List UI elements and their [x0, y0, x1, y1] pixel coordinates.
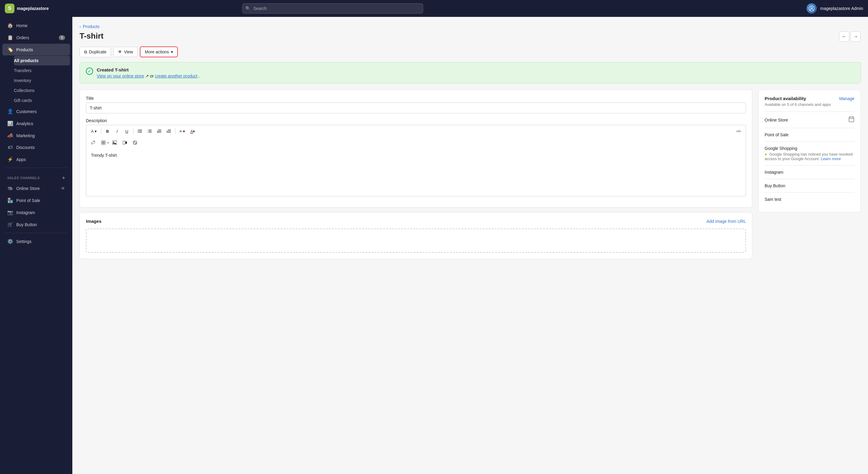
rte-ul-btn[interactable] [135, 127, 144, 136]
sidebar-subitem-gift-cards[interactable]: Gift cards [14, 96, 70, 105]
left-column: Title Description A ▾ B I U [80, 90, 752, 264]
availability-header: Product availability Manage [765, 96, 855, 101]
rte-format-btn[interactable]: A ▾ [89, 127, 99, 136]
description-editor[interactable]: Trendy T-shirt [86, 148, 746, 196]
sidebar-item-instagram[interactable]: 📷 Instagram [2, 207, 70, 218]
add-image-link[interactable]: Add image from URL [707, 219, 746, 224]
svg-rect-20 [101, 141, 105, 145]
channel-point-of-sale: Point of Sale [765, 128, 855, 141]
channel-name: Instagram [765, 170, 783, 175]
rte-italic-btn[interactable]: I [113, 127, 122, 136]
sidebar-item-home[interactable]: 🏠 Home [2, 20, 70, 31]
rte-image-btn[interactable] [110, 139, 119, 147]
store-logo[interactable]: S mageplazastore [5, 4, 49, 13]
sidebar-item-point-of-sale[interactable]: 🏪 Point of Sale [2, 195, 70, 206]
external-link-icon: ↗ [145, 73, 149, 79]
svg-rect-19 [167, 132, 171, 133]
rte-indent-btn[interactable] [164, 127, 173, 136]
add-sales-channel-icon[interactable]: + [62, 175, 65, 181]
rte-align-btn[interactable]: ≡ ▾ [177, 127, 187, 136]
chevron-left-icon: ‹ [80, 24, 81, 29]
sidebar-item-orders[interactable]: 📋 Orders 9 [2, 32, 70, 43]
title-field-group: Title [86, 96, 746, 113]
view-button[interactable]: 👁 View [113, 47, 137, 57]
sidebar-item-analytics[interactable]: 📊 Analytics [2, 118, 70, 129]
product-details-card: Title Description A ▾ B I U [80, 90, 752, 207]
banner-body: View on your online store ↗ or create an… [97, 73, 200, 79]
orders-badge: 9 [59, 35, 65, 40]
rte-outdent-btn[interactable] [155, 127, 164, 136]
channel-name: Sam test [765, 197, 781, 202]
rte-underline-btn[interactable]: U [122, 127, 131, 136]
sidebar-item-marketing[interactable]: 📣 Marketing [2, 130, 70, 141]
svg-rect-16 [157, 132, 161, 133]
sidebar-item-online-store[interactable]: 🛍 Online Store 👁 [2, 183, 70, 194]
products-icon: 🏷️ [7, 47, 13, 53]
sidebar-divider [5, 168, 67, 168]
pos-icon: 🏪 [7, 198, 13, 203]
breadcrumb[interactable]: ‹ Products [80, 24, 861, 29]
rte-table-btn[interactable] [99, 139, 108, 147]
sidebar-item-settings[interactable]: ⚙️ Settings [2, 236, 70, 247]
sidebar-subitem-transfers[interactable]: Transfers [14, 66, 70, 76]
separator-3 [175, 128, 176, 134]
sidebar-item-label: Customers [16, 109, 37, 114]
rte-clear-btn[interactable] [130, 139, 140, 147]
sidebar: 🏠 Home 📋 Orders 9 🏷️ Products All produc… [0, 17, 72, 474]
search-input[interactable] [242, 3, 423, 13]
instagram-icon: 📷 [7, 210, 13, 215]
rte-toolbar-row1: A ▾ B I U 123 [86, 125, 746, 137]
manage-link[interactable]: Manage [839, 96, 855, 101]
image-drop-zone[interactable] [86, 229, 746, 253]
calendar-icon[interactable] [848, 116, 855, 124]
warning-dot: ● [765, 152, 767, 156]
settings-icon: ⚙️ [7, 238, 13, 244]
learn-more-link[interactable]: Learn more [821, 156, 841, 161]
availability-card: Product availability Manage Available on… [758, 90, 861, 212]
home-icon: 🏠 [7, 23, 13, 28]
title-input[interactable] [86, 102, 746, 113]
sidebar-item-apps[interactable]: ⚡ Apps [2, 153, 70, 165]
sidebar-item-label: Instagram [16, 210, 35, 215]
sidebar-item-label: Settings [16, 239, 32, 244]
forward-button[interactable]: → [850, 31, 861, 41]
svg-rect-14 [158, 130, 161, 130]
svg-rect-30 [849, 117, 854, 122]
rte-video-btn[interactable] [120, 139, 129, 147]
sidebar-item-buy-button[interactable]: 🛒 Buy Button [2, 218, 70, 230]
title-label: Title [86, 96, 746, 101]
duplicate-button[interactable]: ⧉ Duplicate [80, 47, 111, 57]
sidebar-item-products[interactable]: 🏷️ Products [2, 44, 70, 56]
apps-icon: ⚡ [7, 156, 13, 162]
rte-bold-btn[interactable]: B [103, 127, 112, 136]
rte-ol-btn[interactable]: 123 [145, 127, 154, 136]
channel-warning: ● Google Shopping has noticed you have r… [765, 152, 855, 161]
sidebar-item-label: Discounts [16, 145, 35, 150]
main-content: ‹ Products T-shirt ← → ⧉ Duplicate 👁 Vie… [72, 17, 868, 474]
duplicate-icon: ⧉ [84, 50, 87, 55]
view-store-link[interactable]: View on your online store [97, 73, 144, 79]
images-title: Images [86, 218, 101, 224]
sales-channels-label: SALES CHANNELS + [0, 170, 72, 182]
sidebar-subitem-collections[interactable]: Collections [14, 86, 70, 95]
back-button[interactable]: ← [839, 31, 849, 41]
topnav: S mageplazastore 🔍 mageplazastore Admin [0, 0, 868, 17]
eye-icon[interactable]: 👁 [61, 186, 65, 191]
more-actions-button[interactable]: More actions ▾ [140, 47, 178, 57]
sidebar-item-customers[interactable]: 👤 Customers [2, 106, 70, 117]
sidebar-subitem-all-products[interactable]: All products [14, 56, 70, 65]
online-store-icon: 🛍 [7, 186, 13, 191]
customers-icon: 👤 [7, 109, 13, 114]
sidebar-subitem-inventory[interactable]: Inventory [14, 76, 70, 85]
rte-textcolor-btn[interactable]: A ▾ [188, 127, 198, 136]
rte-link-btn[interactable] [89, 139, 98, 147]
svg-rect-8 [149, 130, 152, 130]
sidebar-item-discounts[interactable]: 🏷 Discounts [2, 142, 70, 153]
sidebar-item-label: Orders [16, 35, 29, 40]
svg-rect-4 [139, 132, 142, 133]
sidebar-item-label: Products [16, 47, 33, 52]
svg-text:3: 3 [147, 131, 148, 133]
sidebar-item-label: Point of Sale [16, 198, 40, 203]
create-product-link[interactable]: create another product [155, 73, 197, 79]
rte-code-btn[interactable]: </> [734, 127, 743, 136]
